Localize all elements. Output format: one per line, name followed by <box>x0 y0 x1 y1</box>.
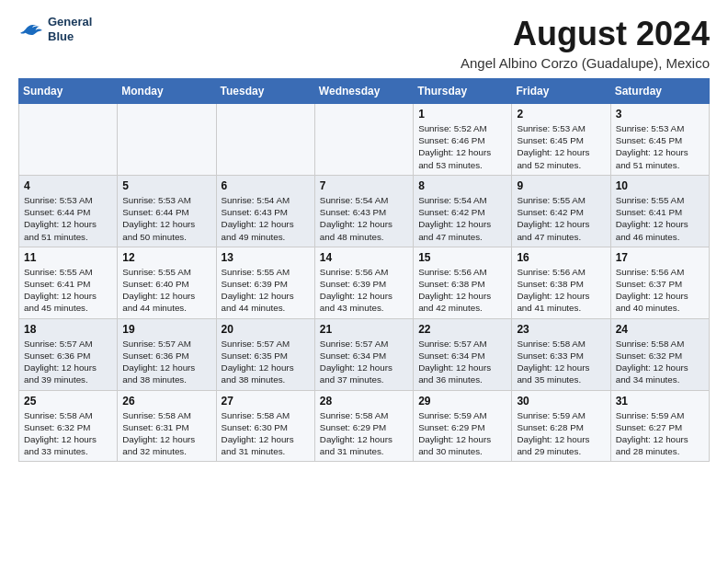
day-info: Sunrise: 5:59 AMSunset: 6:28 PMDaylight:… <box>517 409 605 458</box>
day-number: 7 <box>320 179 408 192</box>
header-row: SundayMondayTuesdayWednesdayThursdayFrid… <box>19 79 710 104</box>
week-row-5: 25Sunrise: 5:58 AMSunset: 6:32 PMDayligh… <box>19 390 710 462</box>
day-cell-5: 5Sunrise: 5:53 AMSunset: 6:44 PMDaylight… <box>118 175 216 247</box>
day-info: Sunrise: 5:55 AMSunset: 6:41 PMDaylight:… <box>24 266 112 315</box>
day-info: Sunrise: 5:54 AMSunset: 6:42 PMDaylight:… <box>418 194 506 243</box>
day-info: Sunrise: 5:53 AMSunset: 6:44 PMDaylight:… <box>24 194 112 243</box>
day-info: Sunrise: 5:56 AMSunset: 6:37 PMDaylight:… <box>616 266 704 315</box>
day-info: Sunrise: 5:53 AMSunset: 6:45 PMDaylight:… <box>616 122 704 171</box>
day-cell-24: 24Sunrise: 5:58 AMSunset: 6:32 PMDayligh… <box>610 318 709 390</box>
day-number: 5 <box>122 179 210 192</box>
day-number: 8 <box>418 179 506 192</box>
day-info: Sunrise: 5:58 AMSunset: 6:32 PMDaylight:… <box>24 409 112 458</box>
logo-text-line1: General <box>48 15 92 29</box>
day-number: 20 <box>222 323 310 336</box>
day-number: 23 <box>517 323 605 336</box>
day-number: 9 <box>517 179 605 192</box>
day-number: 24 <box>616 323 704 336</box>
day-cell-19: 19Sunrise: 5:57 AMSunset: 6:36 PMDayligh… <box>118 318 216 390</box>
day-number: 26 <box>122 395 210 408</box>
day-cell-14: 14Sunrise: 5:56 AMSunset: 6:39 PMDayligh… <box>314 247 413 318</box>
day-info: Sunrise: 5:58 AMSunset: 6:32 PMDaylight:… <box>616 338 704 386</box>
day-cell-7: 7Sunrise: 5:54 AMSunset: 6:43 PMDaylight… <box>314 175 413 247</box>
day-info: Sunrise: 5:57 AMSunset: 6:34 PMDaylight:… <box>320 338 408 386</box>
day-number: 3 <box>616 108 704 121</box>
calendar-table: SundayMondayTuesdayWednesdayThursdayFrid… <box>18 78 710 462</box>
day-info: Sunrise: 5:57 AMSunset: 6:34 PMDaylight:… <box>418 338 506 386</box>
day-number: 16 <box>517 251 605 264</box>
day-number: 27 <box>222 395 310 408</box>
day-info: Sunrise: 5:59 AMSunset: 6:29 PMDaylight:… <box>418 409 506 458</box>
day-info: Sunrise: 5:56 AMSunset: 6:38 PMDaylight:… <box>418 266 506 315</box>
day-number: 10 <box>616 179 704 192</box>
day-cell-4: 4Sunrise: 5:53 AMSunset: 6:44 PMDaylight… <box>19 175 118 247</box>
day-info: Sunrise: 5:58 AMSunset: 6:31 PMDaylight:… <box>122 409 210 458</box>
day-cell-17: 17Sunrise: 5:56 AMSunset: 6:37 PMDayligh… <box>610 247 709 318</box>
day-cell-31: 31Sunrise: 5:59 AMSunset: 6:27 PMDayligh… <box>610 390 709 462</box>
day-info: Sunrise: 5:58 AMSunset: 6:33 PMDaylight:… <box>517 338 605 386</box>
empty-cell <box>216 104 314 176</box>
day-info: Sunrise: 5:54 AMSunset: 6:43 PMDaylight:… <box>320 194 408 243</box>
day-info: Sunrise: 5:55 AMSunset: 6:39 PMDaylight:… <box>222 266 310 315</box>
location-title: Angel Albino Corzo (Guadalupe), Mexico <box>461 55 710 71</box>
header-cell-tuesday: Tuesday <box>216 79 314 104</box>
day-number: 6 <box>222 179 310 192</box>
title-area: August 2024 Angel Albino Corzo (Guadalup… <box>461 15 710 71</box>
day-info: Sunrise: 5:55 AMSunset: 6:40 PMDaylight:… <box>122 266 210 315</box>
day-info: Sunrise: 5:57 AMSunset: 6:36 PMDaylight:… <box>24 338 112 386</box>
day-cell-26: 26Sunrise: 5:58 AMSunset: 6:31 PMDayligh… <box>118 390 216 462</box>
day-cell-29: 29Sunrise: 5:59 AMSunset: 6:29 PMDayligh… <box>414 390 512 462</box>
day-cell-8: 8Sunrise: 5:54 AMSunset: 6:42 PMDaylight… <box>414 175 512 247</box>
day-cell-11: 11Sunrise: 5:55 AMSunset: 6:41 PMDayligh… <box>19 247 118 318</box>
day-number: 11 <box>24 251 112 264</box>
day-number: 30 <box>517 395 605 408</box>
day-cell-6: 6Sunrise: 5:54 AMSunset: 6:43 PMDaylight… <box>216 175 314 247</box>
day-cell-30: 30Sunrise: 5:59 AMSunset: 6:28 PMDayligh… <box>512 390 610 462</box>
day-number: 25 <box>24 395 112 408</box>
header-cell-monday: Monday <box>118 79 216 104</box>
calendar-header: SundayMondayTuesdayWednesdayThursdayFrid… <box>19 79 710 104</box>
day-number: 4 <box>24 179 112 192</box>
day-cell-28: 28Sunrise: 5:58 AMSunset: 6:29 PMDayligh… <box>314 390 413 462</box>
day-cell-15: 15Sunrise: 5:56 AMSunset: 6:38 PMDayligh… <box>414 247 512 318</box>
day-cell-21: 21Sunrise: 5:57 AMSunset: 6:34 PMDayligh… <box>314 318 413 390</box>
day-number: 18 <box>24 323 112 336</box>
day-number: 29 <box>418 395 506 408</box>
day-number: 2 <box>517 108 605 121</box>
day-number: 17 <box>616 251 704 264</box>
day-number: 12 <box>122 251 210 264</box>
day-info: Sunrise: 5:57 AMSunset: 6:36 PMDaylight:… <box>122 338 210 386</box>
day-info: Sunrise: 5:55 AMSunset: 6:42 PMDaylight:… <box>517 194 605 243</box>
day-info: Sunrise: 5:56 AMSunset: 6:38 PMDaylight:… <box>517 266 605 315</box>
day-cell-12: 12Sunrise: 5:55 AMSunset: 6:40 PMDayligh… <box>118 247 216 318</box>
day-number: 21 <box>320 323 408 336</box>
header-cell-thursday: Thursday <box>414 79 512 104</box>
day-cell-2: 2Sunrise: 5:53 AMSunset: 6:45 PMDaylight… <box>512 104 610 176</box>
week-row-1: 1Sunrise: 5:52 AMSunset: 6:46 PMDaylight… <box>19 104 710 176</box>
day-cell-9: 9Sunrise: 5:55 AMSunset: 6:42 PMDaylight… <box>512 175 610 247</box>
day-info: Sunrise: 5:53 AMSunset: 6:45 PMDaylight:… <box>517 122 605 171</box>
day-info: Sunrise: 5:53 AMSunset: 6:44 PMDaylight:… <box>122 194 210 243</box>
day-info: Sunrise: 5:57 AMSunset: 6:35 PMDaylight:… <box>222 338 310 386</box>
day-cell-20: 20Sunrise: 5:57 AMSunset: 6:35 PMDayligh… <box>216 318 314 390</box>
day-cell-23: 23Sunrise: 5:58 AMSunset: 6:33 PMDayligh… <box>512 318 610 390</box>
day-info: Sunrise: 5:58 AMSunset: 6:29 PMDaylight:… <box>320 409 408 458</box>
day-number: 31 <box>616 395 704 408</box>
header-cell-sunday: Sunday <box>19 79 118 104</box>
header: General Blue August 2024 Angel Albino Co… <box>18 15 710 71</box>
day-number: 28 <box>320 395 408 408</box>
day-cell-27: 27Sunrise: 5:58 AMSunset: 6:30 PMDayligh… <box>216 390 314 462</box>
day-number: 13 <box>222 251 310 264</box>
day-cell-1: 1Sunrise: 5:52 AMSunset: 6:46 PMDaylight… <box>414 104 512 176</box>
header-cell-saturday: Saturday <box>610 79 709 104</box>
header-cell-wednesday: Wednesday <box>314 79 413 104</box>
day-number: 15 <box>418 251 506 264</box>
day-cell-25: 25Sunrise: 5:58 AMSunset: 6:32 PMDayligh… <box>19 390 118 462</box>
day-cell-13: 13Sunrise: 5:55 AMSunset: 6:39 PMDayligh… <box>216 247 314 318</box>
day-number: 1 <box>418 108 506 121</box>
month-title: August 2024 <box>461 15 710 53</box>
calendar-body: 1Sunrise: 5:52 AMSunset: 6:46 PMDaylight… <box>19 104 710 462</box>
day-info: Sunrise: 5:54 AMSunset: 6:43 PMDaylight:… <box>222 194 310 243</box>
day-info: Sunrise: 5:52 AMSunset: 6:46 PMDaylight:… <box>418 122 506 171</box>
day-cell-3: 3Sunrise: 5:53 AMSunset: 6:45 PMDaylight… <box>610 104 709 176</box>
